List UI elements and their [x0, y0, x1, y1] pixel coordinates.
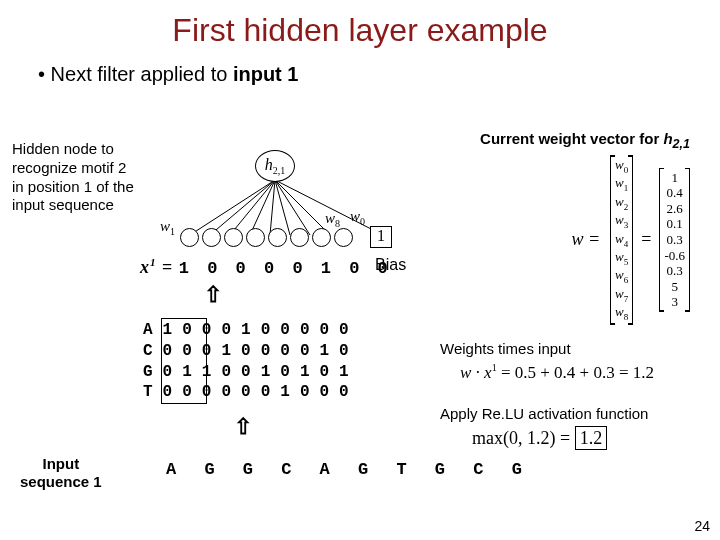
bullet-line: Next filter applied to input 1: [38, 63, 720, 86]
onehot-matrix: A1000100000C0001000010G0110010101T000000…: [138, 320, 354, 403]
input-seq-l1: Input: [20, 455, 102, 473]
weights-times-input-label: Weights times input: [440, 340, 571, 357]
up-arrow-icon: ⇧: [204, 282, 222, 308]
bias-label: Bias: [375, 256, 406, 274]
w-values-col: 10.42.60.10.3-0.60.353: [659, 168, 690, 312]
left-note-l3: in position 1 of the: [12, 178, 134, 197]
x1-eq: =: [157, 257, 179, 277]
slide-title: First hidden layer example: [0, 12, 720, 49]
svg-line-7: [275, 180, 330, 235]
svg-line-6: [275, 180, 310, 235]
input-node: [202, 228, 221, 247]
input-node: [312, 228, 331, 247]
eq2-rhs: = 0.5 + 0.4 + 0.3 = 1.2: [497, 363, 654, 382]
up-arrow-icon: ⇧: [234, 414, 252, 440]
w1-label: w1: [160, 218, 175, 237]
w-labels-col: w0w1w2w3w4w5w6w7w8: [610, 155, 633, 325]
x1-var: x1: [140, 257, 157, 277]
network-diagram: h2,1 1 w1 w8 w0: [155, 150, 395, 250]
input-sequence-label: Input sequence 1: [20, 455, 102, 491]
left-annotation: Hidden node to recognize motif 2 in posi…: [12, 140, 134, 215]
bullet-bold: input 1: [233, 63, 299, 85]
hidden-node: h2,1: [255, 150, 295, 182]
relu-label: Apply Re.LU activation function: [440, 405, 648, 422]
input-seq-l2: sequence 1: [20, 473, 102, 491]
input-node: [224, 228, 243, 247]
input-node: [246, 228, 265, 247]
node-label: h: [265, 156, 273, 173]
relu-equation: max(0, 1.2) = 1.2 max(0, 1.2) = 1.2: [472, 428, 607, 449]
weight-vector: w = w0w1w2w3w4w5w6w7w8 = 10.42.60.10.3-0…: [571, 155, 690, 325]
input-node: [334, 228, 353, 247]
w8-label: w8: [325, 210, 340, 229]
input-node: [290, 228, 309, 247]
page-number: 24: [694, 518, 710, 534]
input-node: [268, 228, 287, 247]
svg-line-5: [275, 180, 290, 235]
bias-node: 1: [370, 226, 392, 248]
right-note-prefix: Current weight vector for: [480, 130, 663, 147]
sequence-row: A G G C A G T G C G: [166, 460, 531, 479]
eq2-lhs: w · x: [460, 363, 492, 382]
bullet-prefix: Next filter applied to: [51, 63, 233, 85]
left-note-l1: Hidden node to: [12, 140, 134, 159]
x1-vector: x1 = 1 0 0 0 0 1 0 0: [140, 256, 392, 278]
relu-result-box: 1.2: [575, 426, 608, 450]
right-note-h: h: [663, 130, 672, 147]
dot-product-equation: w · x1 = 0.5 + 0.4 + 0.3 = 1.2: [460, 362, 654, 383]
svg-line-1: [210, 180, 275, 235]
x1-values: 1 0 0 0 0 1 0 0: [179, 259, 392, 278]
right-note-sub: 2,1: [673, 137, 690, 151]
input-node: [180, 228, 199, 247]
w0-label: w0: [350, 208, 365, 227]
left-note-l4: input sequence: [12, 196, 134, 215]
svg-line-2: [230, 180, 275, 235]
left-note-l2: recognize motif 2: [12, 159, 134, 178]
node-sub: 2,1: [273, 165, 286, 176]
right-annotation: Current weight vector for h2,1: [480, 130, 690, 151]
w-eq: w =: [571, 229, 600, 250]
input-nodes: [180, 228, 353, 247]
